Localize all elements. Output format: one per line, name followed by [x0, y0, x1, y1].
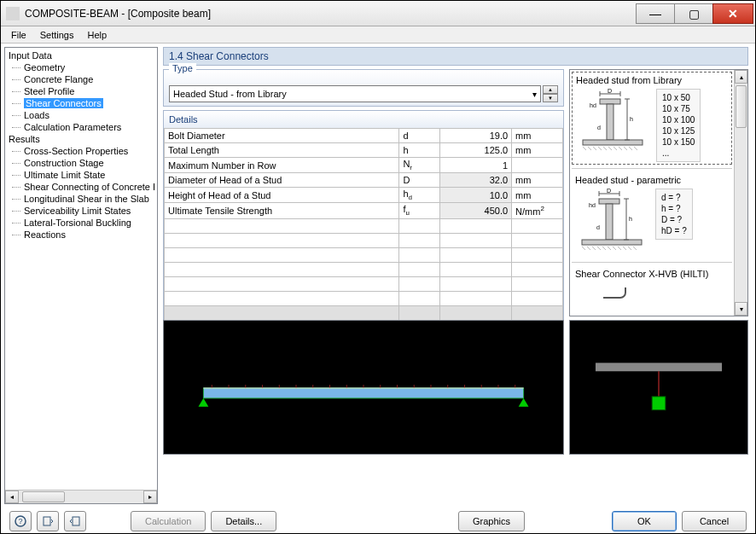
help-icon-button[interactable]: ?	[9, 511, 32, 531]
window-title: COMPOSITE-BEAM - [Composite beam]	[25, 8, 637, 20]
spinner-up-icon[interactable]: ▲	[543, 85, 558, 94]
svg-marker-70	[519, 398, 529, 407]
svg-line-42	[608, 247, 611, 250]
svg-line-14	[588, 147, 591, 150]
svg-rect-1	[607, 104, 614, 140]
type-spinner[interactable]: ▲ ▼	[543, 85, 558, 102]
tree-node-ltb[interactable]: Lateral-Torsional Buckling	[7, 217, 157, 229]
section-preview	[569, 320, 748, 455]
library-item-headed-stud-library[interactable]: Headed stud from Library D	[572, 72, 732, 165]
table-row[interactable]: Ultimate Tensile Strengthfu450.0N/mm2	[165, 203, 563, 218]
svg-line-40	[597, 247, 601, 250]
svg-line-39	[592, 247, 596, 250]
scroll-right-icon[interactable]: ▸	[143, 490, 157, 503]
tree-node-shear-connecting[interactable]: Shear Connecting of Concrete I	[7, 181, 157, 193]
spinner-down-icon[interactable]: ▼	[543, 94, 558, 102]
svg-line-20	[619, 147, 622, 150]
details-label: Details	[164, 111, 563, 128]
table-row[interactable]: Bolt Diameterd19.0mm	[165, 129, 563, 143]
svg-line-19	[614, 147, 617, 150]
tree-node-steel-profile[interactable]: Steel Profile	[7, 85, 157, 97]
svg-line-13	[583, 147, 586, 150]
tree-node-uls[interactable]: Ultimate Limit State	[7, 169, 157, 181]
tree-node-geometry[interactable]: Geometry	[7, 61, 157, 73]
tree-node-concrete-flange[interactable]: Concrete Flange	[7, 73, 157, 85]
svg-text:D: D	[607, 189, 611, 194]
svg-line-21	[624, 147, 627, 150]
svg-text:h: h	[630, 116, 633, 122]
ok-button[interactable]: OK	[612, 511, 677, 531]
tree-node-reactions[interactable]: Reactions	[7, 229, 157, 241]
svg-line-41	[602, 247, 606, 250]
svg-line-43	[613, 247, 616, 250]
library-param-list: d = ?h = ?D = ?hD = ?	[655, 189, 693, 240]
table-row[interactable]: Maximum Number in RowNr1	[165, 158, 563, 173]
maximize-button[interactable]: ▢	[674, 3, 713, 24]
svg-line-38	[587, 247, 590, 250]
tree-node-loads[interactable]: Loads	[7, 109, 157, 121]
svg-text:D: D	[608, 89, 612, 94]
table-row[interactable]: Diameter of Head of a StudD32.0mm	[165, 173, 563, 188]
calculation-button[interactable]: Calculation	[131, 511, 206, 531]
scroll-up-icon[interactable]: ▴	[735, 70, 747, 84]
svg-rect-76	[44, 517, 50, 525]
svg-text:h: h	[629, 216, 632, 222]
export-icon-button[interactable]	[64, 511, 86, 531]
tree-node-sls[interactable]: Serviceability Limit States	[7, 205, 157, 217]
tree-node-shear-connectors[interactable]: Shear Connectors	[7, 97, 157, 109]
tree-node-construction-stage[interactable]: Construction Stage	[7, 157, 157, 169]
type-combobox[interactable]: Headed Stud - from Library	[169, 85, 541, 102]
table-row[interactable]: Total Lengthh125.0mm	[165, 143, 563, 158]
table-row[interactable]: Height of Head of a Studhd10.0mm	[165, 188, 563, 203]
svg-line-23	[634, 147, 637, 150]
tree-node-results[interactable]: Results	[7, 133, 157, 145]
navigation-tree: Input Data Geometry Concrete Flange Stee…	[4, 47, 158, 504]
button-row: ? Calculation Details... Graphics OK Can…	[1, 504, 755, 534]
menu-settings[interactable]: Settings	[33, 28, 81, 42]
minimize-button[interactable]: —	[636, 3, 675, 24]
cancel-button[interactable]: Cancel	[682, 511, 747, 531]
library-vertical-scrollbar[interactable]: ▴ ▾	[734, 70, 747, 316]
tree-node-cross-section[interactable]: Cross-Section Properties	[7, 145, 157, 157]
library-item-x-hvb[interactable]: Shear Connector X-HVB (HILTI)	[572, 262, 732, 301]
table-row	[165, 262, 563, 276]
svg-rect-24	[599, 199, 619, 204]
menu-help[interactable]: Help	[80, 28, 113, 42]
svg-text:hd: hd	[590, 102, 596, 108]
details-table: Bolt Diameterd19.0mmTotal Lengthh125.0mm…	[164, 128, 563, 322]
tree-node-calculation-parameters[interactable]: Calculation Parameters	[7, 121, 157, 133]
svg-line-37	[582, 247, 585, 250]
table-row	[165, 218, 563, 233]
menu-file[interactable]: File	[4, 28, 33, 42]
svg-rect-0	[600, 99, 620, 104]
svg-rect-2	[583, 140, 643, 145]
scroll-thumb[interactable]	[736, 85, 747, 128]
tree-horizontal-scrollbar[interactable]: ◂ ▸	[5, 490, 157, 503]
svg-text:d: d	[597, 125, 601, 131]
details-button[interactable]: Details...	[211, 511, 276, 531]
tree-node-input-data[interactable]: Input Data	[7, 49, 157, 61]
graphics-button[interactable]: Graphics	[458, 511, 525, 531]
table-row	[165, 233, 563, 247]
svg-line-46	[628, 247, 631, 250]
svg-line-15	[593, 147, 596, 150]
window-frame: COMPOSITE-BEAM - [Composite beam] — ▢ ✕ …	[0, 0, 756, 534]
stud-diagram-icon: D h hd d	[573, 189, 650, 257]
svg-rect-25	[606, 204, 613, 240]
svg-rect-73	[652, 397, 666, 410]
library-size-list: 10 x 5010 x 7510 x 10010 x 12510 x 150..…	[656, 89, 701, 162]
library-item-title: Shear Connector X-HVB (HILTI)	[573, 268, 730, 282]
tree-node-longitudinal-shear[interactable]: Longitudinal Shear in the Slab	[7, 193, 157, 205]
table-footer	[165, 305, 563, 321]
scroll-thumb[interactable]	[22, 491, 65, 502]
close-button[interactable]: ✕	[712, 3, 753, 24]
svg-rect-26	[582, 240, 642, 245]
svg-line-47	[633, 247, 637, 250]
import-icon-button[interactable]	[37, 511, 59, 531]
library-item-headed-stud-parametric[interactable]: Headed stud - parametric D	[572, 168, 732, 258]
scroll-down-icon[interactable]: ▾	[735, 302, 747, 316]
svg-text:hd: hd	[589, 202, 596, 208]
svg-rect-71	[596, 363, 722, 371]
svg-marker-69	[198, 398, 208, 407]
scroll-left-icon[interactable]: ◂	[5, 490, 19, 503]
